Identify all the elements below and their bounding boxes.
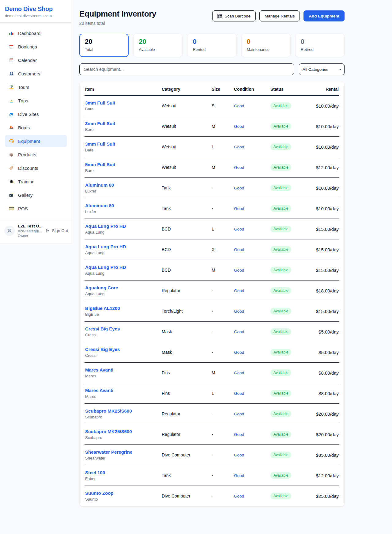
shop-domain: demo.test.divestreams.com: [0, 13, 72, 22]
item-condition-link[interactable]: Good: [234, 412, 244, 416]
item-condition-link[interactable]: Good: [234, 350, 244, 355]
item-condition-link[interactable]: Good: [234, 391, 244, 396]
item-name-link[interactable]: Cressi Big Eyes: [85, 326, 159, 331]
sidebar-item-bookings[interactable]: 17 Bookings: [5, 40, 67, 53]
item-name-link[interactable]: Cressi Big Eyes: [85, 347, 159, 352]
item-name-link[interactable]: Aluminum 80: [85, 182, 159, 188]
item-name-link[interactable]: Aqua Lung Pro HD: [85, 265, 159, 270]
item-condition-link[interactable]: Good: [234, 124, 244, 129]
sidebar-item-dashboard[interactable]: Dashboard: [5, 27, 67, 39]
item-name-link[interactable]: BigBlue AL1200: [85, 306, 159, 311]
stat-card-rented[interactable]: 0 Rented: [187, 34, 236, 57]
item-brand: Suunto: [85, 497, 159, 502]
sidebar-item-discounts[interactable]: Discounts: [5, 162, 67, 174]
item-category: Tank: [161, 465, 211, 486]
search-input[interactable]: [79, 63, 294, 75]
sidebar-item-tours[interactable]: Tours: [5, 81, 67, 93]
sidebar-item-calendar[interactable]: Calendar: [5, 54, 67, 66]
status-badge: Available: [270, 102, 291, 109]
item-rental-rate: $8.00/day: [315, 383, 339, 404]
item-condition-link[interactable]: Good: [234, 104, 244, 108]
item-name-link[interactable]: 5mm Full Suit: [85, 162, 159, 167]
sidebar-item-gallery[interactable]: Gallery: [5, 189, 67, 201]
item-condition-link[interactable]: Good: [234, 453, 244, 457]
item-condition-link[interactable]: Good: [234, 371, 244, 375]
sidebar-item-customers[interactable]: Customers: [5, 67, 67, 80]
item-condition-link[interactable]: Good: [234, 165, 244, 170]
item-condition-link[interactable]: Good: [234, 494, 244, 498]
item-brand: Luxfer: [85, 209, 159, 214]
item-condition-link[interactable]: Good: [234, 145, 244, 149]
stat-card-retired[interactable]: 0 Retired: [295, 34, 345, 57]
sidebar-item-products[interactable]: Products: [5, 148, 67, 161]
stat-value: 0: [193, 38, 231, 45]
item-condition-link[interactable]: Good: [234, 186, 244, 190]
item-name-link[interactable]: Scubapro MK25/S600: [85, 408, 159, 414]
scan-barcode-button[interactable]: Scan Barcode: [212, 10, 256, 21]
item-name-link[interactable]: 3mm Full Suit: [85, 141, 159, 147]
sidebar-item-equipment[interactable]: Equipment: [5, 135, 67, 147]
item-category: Regulator: [161, 404, 211, 424]
item-condition-link[interactable]: Good: [234, 288, 244, 293]
item-name-link[interactable]: Mares Avanti: [85, 388, 159, 393]
item-brand: Mares: [85, 374, 159, 378]
status-badge: Available: [270, 431, 291, 438]
category-filter-select[interactable]: All Categories: [299, 63, 345, 75]
item-name-link[interactable]: Aqualung Core: [85, 285, 159, 290]
column-header-item: Item: [85, 82, 161, 95]
item-condition-link[interactable]: Good: [234, 473, 244, 478]
item-condition-link[interactable]: Good: [234, 206, 244, 211]
stat-label: Rented: [193, 47, 231, 52]
item-size: -: [211, 404, 233, 424]
item-category: Wetsuit: [161, 95, 211, 116]
item-name-link[interactable]: Aluminum 80: [85, 203, 159, 208]
add-equipment-button[interactable]: Add Equipment: [303, 10, 345, 21]
user-name: E2E Test U...: [18, 224, 42, 228]
item-brand: Aqua Lung: [85, 230, 159, 235]
item-rental-rate: $5.00/day: [315, 342, 339, 363]
item-condition-link[interactable]: Good: [234, 330, 244, 334]
sidebar-item-training[interactable]: Training: [5, 175, 67, 188]
sign-out-button[interactable]: Sign Out: [45, 228, 68, 233]
item-name-link[interactable]: 3mm Full Suit: [85, 100, 159, 105]
item-name-link[interactable]: 3mm Full Suit: [85, 121, 159, 126]
item-name-link[interactable]: Shearwater Peregrine: [85, 449, 159, 455]
item-name-link[interactable]: Aqua Lung Pro HD: [85, 223, 159, 229]
sidebar-item-pos[interactable]: POS: [5, 202, 67, 215]
stat-label: Total: [85, 47, 123, 52]
item-brand: Shearwater: [85, 456, 159, 460]
manage-rentals-button[interactable]: Manage Rentals: [259, 10, 300, 21]
stat-card-maintenance[interactable]: 0 Maintenance: [241, 34, 291, 57]
brand-logo[interactable]: Demo Dive Shop: [0, 4, 72, 13]
item-name-link[interactable]: Steel 100: [85, 470, 159, 475]
status-badge: Available: [270, 472, 291, 479]
package-icon: [9, 152, 14, 157]
item-category: Fins: [161, 383, 211, 404]
table-row: Aqua Lung Pro HD Aqua Lung BCD XL Good A…: [85, 239, 339, 260]
item-brand: Aqua Lung: [85, 271, 159, 276]
item-condition-link[interactable]: Good: [234, 227, 244, 231]
sailboat-icon: [9, 125, 14, 130]
item-name-link[interactable]: Scubapro MK25/S600: [85, 429, 159, 434]
sidebar-item-trips[interactable]: Trips: [5, 94, 67, 107]
stat-card-total[interactable]: 20 Total: [79, 34, 129, 57]
sidebar-item-boats[interactable]: Boats: [5, 121, 67, 134]
stat-card-available[interactable]: 20 Available: [133, 34, 183, 57]
item-name-link[interactable]: Mares Avanti: [85, 367, 159, 372]
sidebar-nav: Dashboard 17 Bookings Calendar Customers…: [0, 23, 72, 219]
stats-row: 20 Total 20 Available 0 Rented 0 Mainten…: [79, 34, 345, 57]
item-condition-link[interactable]: Good: [234, 247, 244, 252]
item-category: Tank: [161, 198, 211, 219]
sidebar-item-dive-sites[interactable]: Dive Sites: [5, 108, 67, 120]
item-size: XL: [211, 239, 233, 260]
user-role: Owner: [18, 234, 42, 238]
item-name-link[interactable]: Aqua Lung Pro HD: [85, 244, 159, 249]
calendar-icon: [9, 58, 14, 63]
item-brand: Bare: [85, 148, 159, 152]
page-header: Equipment Inventory 20 items total: [79, 9, 345, 26]
item-condition-link[interactable]: Good: [234, 268, 244, 273]
item-condition-link[interactable]: Good: [234, 432, 244, 437]
status-badge: Available: [270, 349, 291, 356]
item-condition-link[interactable]: Good: [234, 309, 244, 314]
item-name-link[interactable]: Suunto Zoop: [85, 490, 159, 496]
